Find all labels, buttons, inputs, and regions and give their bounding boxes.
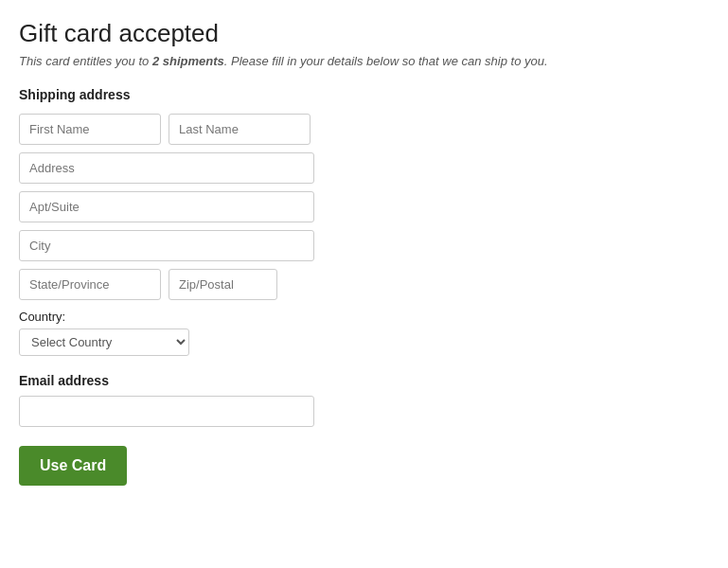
apt-row [19,191,709,222]
subtitle-suffix: . Please fill in your details below so t… [224,54,548,68]
city-input[interactable] [19,230,314,261]
email-section: Email address [19,373,709,427]
zip-postal-input[interactable] [169,269,277,300]
email-input[interactable] [19,396,314,427]
subtitle-prefix: This card entitles you to [19,54,152,68]
page-title: Gift card accepted [19,19,709,48]
subtitle: This card entitles you to 2 shipments. P… [19,54,709,68]
last-name-input[interactable] [169,114,311,145]
city-row [19,230,709,261]
shipping-section: Shipping address Country: Select Country… [19,87,709,356]
address-input[interactable] [19,152,314,184]
country-label: Country: [19,310,709,324]
country-select-wrap: Select Country United States Canada Unit… [19,328,709,356]
use-card-button[interactable]: Use Card [19,446,127,486]
country-select[interactable]: Select Country United States Canada Unit… [19,328,189,356]
address-row [19,152,709,184]
email-section-label: Email address [19,373,709,388]
name-row [19,114,709,145]
shipping-section-label: Shipping address [19,87,709,102]
state-province-input[interactable] [19,269,161,300]
state-zip-row [19,269,709,300]
first-name-input[interactable] [19,114,161,145]
apt-suite-input[interactable] [19,191,314,222]
subtitle-bold: 2 shipments [152,54,224,68]
